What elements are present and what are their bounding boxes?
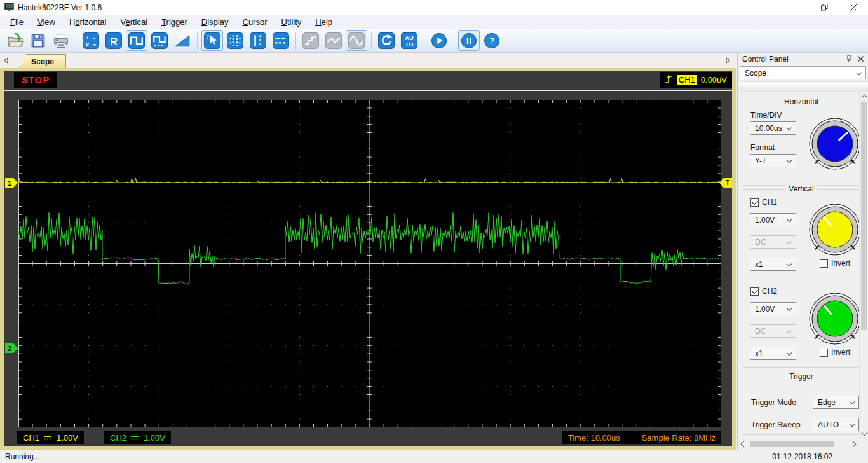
- linear-interpolation-button[interactable]: [323, 30, 344, 51]
- svg-text:R: R: [110, 35, 118, 46]
- vertical-group: Vertical CH1 1.00V DC x1: [743, 189, 860, 368]
- print-icon: [53, 32, 69, 49]
- status-message: Running...: [0, 452, 40, 461]
- open-button[interactable]: [4, 30, 26, 51]
- menu-file[interactable]: File: [3, 15, 31, 29]
- tab-scroll-left-icon[interactable]: [3, 57, 10, 64]
- pin-icon[interactable]: [846, 55, 852, 64]
- ch2-enable-checkbox[interactable]: CH2: [750, 287, 777, 296]
- ch1-enable-label: CH1: [762, 198, 777, 207]
- save-button[interactable]: [27, 30, 49, 51]
- trigger-level-marker[interactable]: T: [719, 178, 732, 188]
- ch2-enable-label: CH2: [762, 287, 777, 296]
- square-wave-icon: [128, 32, 145, 49]
- cursor-select-button[interactable]: [201, 30, 223, 51]
- close-icon: [850, 4, 857, 11]
- ch1-position-marker[interactable]: 1: [5, 178, 18, 188]
- ch2-position-marker[interactable]: 2: [5, 343, 18, 353]
- ch1-enable-checkbox[interactable]: CH1: [750, 198, 777, 207]
- control-panel-title: Control Panel: [742, 55, 789, 64]
- math-button[interactable]: +-x÷: [80, 30, 102, 51]
- square-wave-alt-button[interactable]: [149, 30, 170, 51]
- ch2-volts-value: 1.00V: [755, 305, 775, 314]
- vertical-scroll-thumb[interactable]: [861, 102, 867, 330]
- horizontal-scroll-thumb[interactable]: [750, 441, 834, 447]
- ramp-button[interactable]: [172, 30, 193, 51]
- ch2-invert-label: Invert: [831, 348, 850, 357]
- restore-button[interactable]: [810, 0, 839, 15]
- control-panel: Control Panel Scope Horizontal Time/DIV …: [737, 53, 868, 450]
- close-button[interactable]: [839, 0, 868, 15]
- ch1-position-knob[interactable]: [808, 203, 862, 256]
- panel-vertical-scrollbar[interactable]: [859, 92, 868, 438]
- trigger-mode-select[interactable]: Edge: [813, 396, 859, 409]
- scroll-right-icon[interactable]: [850, 441, 857, 447]
- ch2-probe-select[interactable]: x1: [750, 347, 796, 360]
- panel-horizontal-scrollbar[interactable]: [739, 439, 858, 448]
- status-bar: Running... 01-12-2018 16:02: [0, 450, 868, 463]
- format-select[interactable]: Y-T: [750, 154, 796, 167]
- vertical-group-title: Vertical: [785, 184, 817, 193]
- menu-display[interactable]: Display: [194, 15, 236, 29]
- play-button[interactable]: [428, 30, 450, 51]
- app-icon: [4, 3, 14, 12]
- menu-view[interactable]: View: [31, 15, 62, 29]
- ch1-coupling-value: DC: [755, 238, 766, 247]
- help-button[interactable]: ?: [481, 30, 503, 51]
- svg-text:TO: TO: [405, 41, 414, 47]
- menu-help[interactable]: Help: [308, 15, 339, 29]
- step-interpolation-button[interactable]: [300, 30, 322, 51]
- linear-interpolation-icon: [325, 32, 342, 49]
- checkbox-icon: [820, 349, 828, 357]
- play-icon: [431, 32, 447, 49]
- minimize-button[interactable]: [780, 0, 810, 15]
- print-button[interactable]: [50, 30, 72, 51]
- chevron-down-icon: [787, 158, 792, 163]
- ch2-dc-coupling-icon: [130, 433, 140, 443]
- horizontal-position-knob[interactable]: [808, 117, 862, 170]
- trigger-sweep-select[interactable]: AUTO: [813, 418, 859, 431]
- checkbox-icon: [750, 287, 759, 296]
- vertical-cursors-button[interactable]: [247, 30, 269, 51]
- ch1-probe-select[interactable]: x1: [750, 258, 796, 271]
- trigger-sweep-label: Trigger Sweep: [751, 420, 801, 429]
- grid-icon: [227, 32, 243, 49]
- ch2-invert-checkbox[interactable]: Invert: [820, 348, 850, 357]
- ch1-badge-label: CH1: [23, 433, 39, 443]
- chevron-down-icon: [787, 217, 792, 222]
- auto-set-button[interactable]: AUTO: [398, 30, 420, 51]
- scroll-left-icon[interactable]: [741, 441, 747, 447]
- pause-button[interactable]: [458, 30, 480, 51]
- grid-button[interactable]: [224, 30, 246, 51]
- chevron-down-icon: [787, 306, 792, 311]
- ch1-invert-checkbox[interactable]: Invert: [820, 259, 850, 268]
- ch1-volts-select[interactable]: 1.00V: [750, 213, 796, 226]
- sine-interpolation-icon: [348, 32, 365, 49]
- time-div-select[interactable]: 10.00us: [750, 121, 796, 135]
- menu-vertical[interactable]: Vertical: [113, 15, 154, 29]
- ch1-volts-value: 1.00V: [755, 216, 775, 225]
- menu-horizontal[interactable]: Horizontal: [62, 15, 114, 29]
- toolbar-separator: [76, 32, 76, 50]
- menu-cursor[interactable]: Cursor: [235, 15, 274, 29]
- panel-mode-select[interactable]: Scope: [740, 66, 866, 79]
- square-wave-button[interactable]: [126, 30, 147, 51]
- sine-interpolation-button[interactable]: [346, 30, 367, 51]
- menu-utility[interactable]: Utility: [275, 15, 309, 29]
- panel-close-icon[interactable]: [858, 55, 864, 64]
- toolbar-separator: [371, 32, 372, 50]
- reference-button[interactable]: R: [103, 30, 125, 51]
- svg-text:x: x: [86, 40, 90, 47]
- scroll-up-icon[interactable]: [861, 95, 867, 101]
- chevron-down-icon: [857, 70, 862, 75]
- tab-scroll-right-icon[interactable]: [726, 57, 732, 64]
- ch2-position-knob[interactable]: [808, 292, 862, 345]
- ch2-probe-value: x1: [755, 349, 763, 358]
- horizontal-cursors-button[interactable]: [270, 30, 292, 51]
- toolbar: +-x÷RAUTO?: [0, 29, 868, 53]
- scroll-down-icon[interactable]: [861, 430, 867, 436]
- refresh-button[interactable]: [376, 30, 397, 51]
- tab-scope[interactable]: Scope: [19, 54, 66, 68]
- ch2-volts-select[interactable]: 1.00V: [750, 302, 796, 315]
- menu-trigger[interactable]: Trigger: [154, 15, 194, 29]
